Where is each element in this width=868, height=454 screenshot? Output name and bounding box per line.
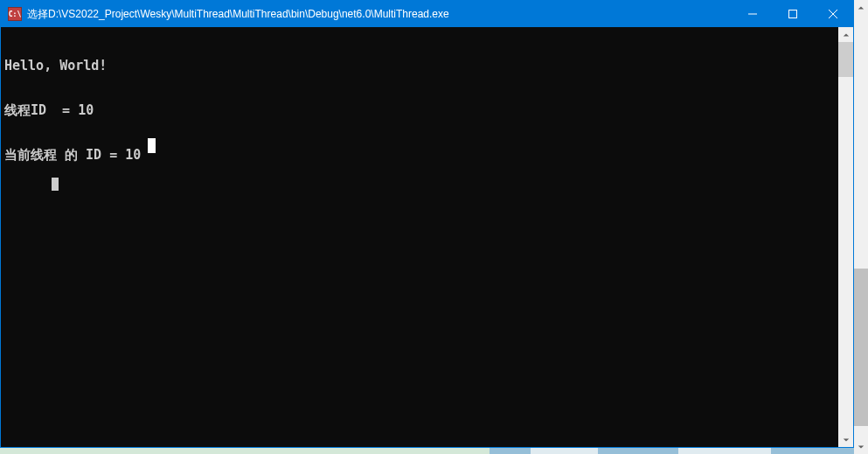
app-icon: C:\ bbox=[8, 7, 22, 21]
bg-segment bbox=[490, 448, 531, 454]
console-body: Hello, World! 线程ID = 10 当前线程 的 ID = 10 bbox=[1, 27, 853, 447]
bg-segment bbox=[598, 448, 678, 454]
chevron-up-icon bbox=[858, 4, 865, 11]
bg-segment bbox=[771, 448, 854, 454]
titlebar[interactable]: C:\ 选择D:\VS2022_Project\Wesky\MultiThrea… bbox=[1, 1, 853, 27]
close-button[interactable] bbox=[813, 1, 853, 27]
console-output[interactable]: Hello, World! 线程ID = 10 当前线程 的 ID = 10 bbox=[1, 27, 838, 447]
console-window: C:\ 选择D:\VS2022_Project\Wesky\MultiThrea… bbox=[0, 0, 854, 448]
minimize-icon bbox=[748, 10, 757, 18]
text-cursor bbox=[52, 178, 59, 191]
bg-segment bbox=[0, 448, 490, 454]
minimize-button[interactable] bbox=[733, 1, 773, 27]
scroll-track[interactable] bbox=[854, 15, 868, 439]
scroll-up-button[interactable] bbox=[838, 27, 853, 42]
maximize-icon bbox=[788, 10, 797, 18]
svg-rect-1 bbox=[789, 10, 797, 18]
console-line: 线程ID = 10 bbox=[4, 103, 835, 118]
bg-segment bbox=[531, 448, 598, 454]
console-line: Hello, World! bbox=[4, 59, 835, 73]
close-icon bbox=[829, 10, 837, 18]
chevron-down-icon bbox=[843, 437, 850, 444]
scroll-down-button[interactable] bbox=[838, 432, 853, 447]
background-windows-strip bbox=[0, 448, 854, 454]
chevron-up-icon bbox=[843, 31, 850, 38]
window-controls bbox=[733, 1, 853, 27]
scroll-down-button[interactable] bbox=[854, 439, 868, 454]
page-vertical-scrollbar[interactable] bbox=[854, 0, 868, 454]
scroll-track[interactable] bbox=[838, 42, 853, 432]
scroll-thumb[interactable] bbox=[838, 42, 853, 77]
window-title: 选择D:\VS2022_Project\Wesky\MultiThread\Mu… bbox=[27, 7, 733, 22]
scroll-up-button[interactable] bbox=[854, 0, 868, 15]
selection-cursor bbox=[148, 138, 156, 153]
maximize-button[interactable] bbox=[773, 1, 813, 27]
scroll-thumb[interactable] bbox=[854, 269, 868, 426]
console-line: 当前线程 的 ID = 10 bbox=[4, 148, 835, 163]
chevron-down-icon bbox=[858, 444, 865, 451]
vertical-scrollbar[interactable] bbox=[838, 27, 853, 447]
bg-segment bbox=[678, 448, 771, 454]
